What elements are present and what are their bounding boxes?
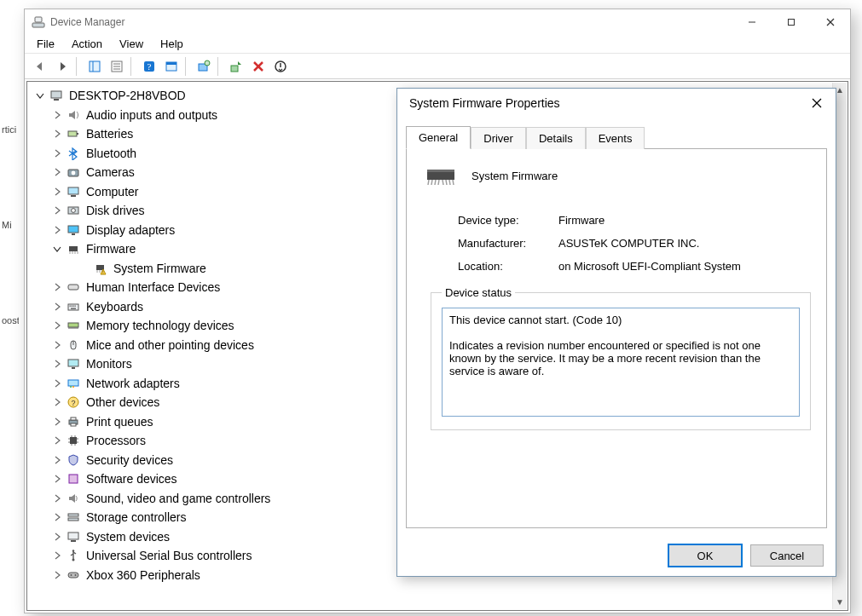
menu-help[interactable]: Help	[152, 35, 192, 53]
monitor-icon	[66, 356, 81, 371]
chevron-icon[interactable]	[52, 455, 62, 465]
display-icon	[66, 222, 81, 238]
tab-driver[interactable]: Driver	[471, 127, 526, 149]
tree-node-label: Print queues	[84, 415, 153, 429]
chevron-icon[interactable]	[52, 397, 62, 407]
menu-action[interactable]: Action	[63, 35, 111, 53]
cancel-button[interactable]: Cancel	[750, 544, 824, 567]
tree-node-label: Keyboards	[84, 300, 143, 314]
chevron-icon[interactable]	[52, 550, 62, 561]
cpu-icon	[66, 433, 81, 448]
svg-rect-92	[427, 170, 454, 172]
maximize-button[interactable]	[772, 9, 811, 35]
xbox-icon	[66, 567, 81, 583]
tb-scan-hardware[interactable]	[194, 56, 214, 77]
menubar: File Action View Help	[25, 35, 850, 54]
background-peek: rtici Mi oost	[0, 124, 19, 411]
tb-properties[interactable]	[107, 56, 127, 77]
svg-rect-79	[69, 475, 78, 483]
chevron-icon[interactable]	[52, 148, 62, 158]
disk-icon	[66, 203, 81, 218]
tb-back[interactable]	[30, 56, 50, 77]
chevron-icon[interactable]	[52, 302, 62, 312]
hid-icon	[66, 279, 81, 295]
tb-sep	[130, 57, 136, 76]
computer_root-icon	[49, 88, 64, 103]
tree-node-label: Firmware	[84, 242, 136, 256]
chevron-icon[interactable]	[52, 282, 62, 292]
chevron-icon[interactable]	[52, 359, 62, 369]
chevron-icon[interactable]	[52, 493, 62, 504]
svg-line-97	[443, 180, 443, 185]
dialog-button-row: OK Cancel	[397, 535, 836, 576]
chevron-icon[interactable]	[52, 378, 62, 389]
tab-body-general: System Firmware Device type: Firmware Ma…	[406, 148, 827, 528]
chevron-icon[interactable]	[52, 435, 62, 446]
svg-rect-70	[70, 437, 77, 444]
minimize-button[interactable]	[732, 9, 772, 35]
chevron-icon[interactable]	[52, 205, 62, 216]
chevron-icon[interactable]	[52, 532, 62, 542]
svg-rect-68	[71, 417, 76, 420]
chevron-icon[interactable]	[52, 187, 62, 197]
chevron-icon[interactable]	[35, 90, 45, 101]
dialog-titlebar[interactable]: System Firmware Properties	[397, 89, 836, 118]
device-status-text[interactable]	[442, 308, 800, 417]
svg-point-85	[72, 550, 74, 552]
screen-root: rtici Mi oost Device Manager File Action…	[0, 0, 862, 616]
chevron-icon[interactable]	[52, 244, 62, 254]
svg-rect-22	[51, 91, 61, 98]
menu-view[interactable]: View	[111, 35, 152, 53]
close-button[interactable]	[811, 9, 850, 35]
svg-rect-1	[35, 17, 42, 22]
ok-button[interactable]: OK	[668, 544, 742, 567]
chevron-icon[interactable]	[52, 167, 62, 177]
properties-dialog: System Firmware Properties General Drive…	[396, 88, 836, 577]
storage-icon	[66, 509, 81, 525]
device-name: System Firmware	[471, 170, 558, 182]
tab-general[interactable]: General	[406, 126, 471, 149]
tab-events[interactable]: Events	[586, 127, 645, 149]
dialog-close-button[interactable]	[805, 91, 829, 115]
tb-sep	[185, 57, 190, 76]
chevron-icon[interactable]	[52, 417, 62, 427]
location-value: on Microsoft UEFI-Compliant System	[558, 260, 811, 273]
tab-details[interactable]: Details	[526, 127, 586, 149]
tb-console-tree[interactable]	[84, 56, 105, 77]
svg-line-95	[435, 180, 436, 185]
device-type-label: Device type:	[458, 214, 558, 227]
scroll-down-arrow[interactable]: ▼	[835, 596, 846, 607]
chevron-icon[interactable]	[52, 225, 62, 235]
svg-rect-32	[68, 226, 78, 233]
device-manager-icon	[32, 15, 45, 29]
chevron-icon[interactable]	[52, 340, 62, 350]
tree-node-label: Display adapters	[84, 223, 175, 237]
tb-help[interactable]: ?	[139, 56, 159, 77]
svg-rect-83	[71, 540, 76, 542]
svg-rect-81	[68, 518, 78, 521]
bluetooth-icon	[66, 146, 81, 161]
chevron-icon[interactable]	[52, 512, 62, 522]
tree-node-label: Monitors	[84, 357, 132, 371]
chevron-icon[interactable]	[52, 474, 62, 484]
mouse-icon	[66, 337, 81, 353]
tb-update-driver[interactable]	[226, 56, 246, 77]
svg-rect-24	[68, 131, 77, 136]
tb-enable[interactable]	[270, 56, 291, 77]
svg-rect-28	[68, 187, 78, 194]
chevron-icon[interactable]	[52, 570, 62, 580]
svg-rect-15	[166, 62, 176, 65]
tb-forward[interactable]	[52, 56, 72, 77]
chevron-icon[interactable]	[52, 320, 62, 331]
tb-action[interactable]	[161, 56, 182, 77]
window-controls	[732, 9, 850, 35]
firmware-icon	[66, 241, 81, 256]
titlebar[interactable]: Device Manager	[25, 9, 850, 35]
tb-uninstall[interactable]	[248, 56, 269, 77]
menu-file[interactable]: File	[28, 35, 63, 53]
chevron-icon[interactable]	[52, 110, 62, 120]
chevron-icon[interactable]	[52, 129, 62, 139]
firmware-warn-icon: !	[93, 261, 108, 276]
tree-node-label: Cameras	[84, 165, 135, 179]
tb-sep	[217, 57, 223, 76]
